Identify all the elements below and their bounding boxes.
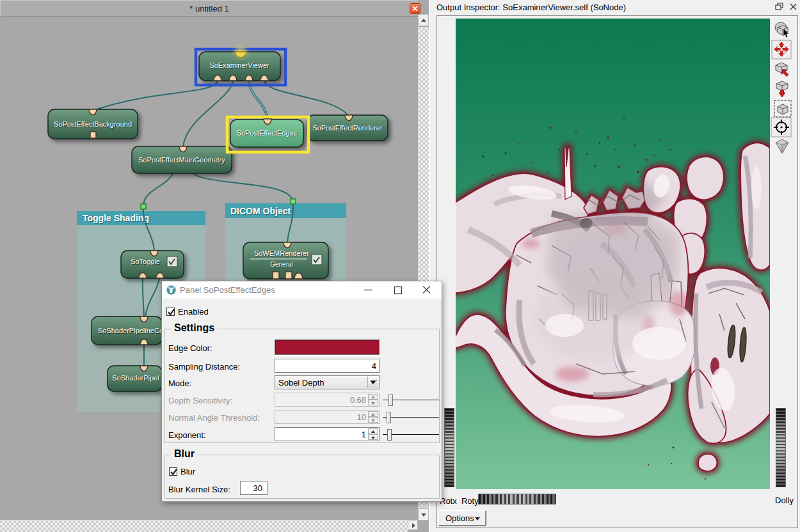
svg-text:SoWEMRenderer: SoWEMRenderer <box>254 249 310 257</box>
svg-text:SoShaderPipelineCe: SoShaderPipelineCe <box>98 327 163 334</box>
svg-text:SoExaminerViewer: SoExaminerViewer <box>209 61 269 69</box>
svg-text:SoPostEffectRenderer: SoPostEffectRenderer <box>312 124 383 132</box>
svg-text:SoPostEffectBackground: SoPostEffectBackground <box>54 120 132 128</box>
svg-text:SoPostEffectEdges: SoPostEffectEdges <box>237 129 298 137</box>
svg-text:SoPostEffectMainGeometry: SoPostEffectMainGeometry <box>138 156 225 164</box>
svg-text:SoToggle: SoToggle <box>131 258 160 265</box>
svg-text:General: General <box>270 261 293 268</box>
svg-text:DICOM Object: DICOM Object <box>230 206 291 216</box>
svg-text:SoShaderPipel: SoShaderPipel <box>112 374 159 382</box>
svg-text:Toggle Shading: Toggle Shading <box>83 213 149 223</box>
